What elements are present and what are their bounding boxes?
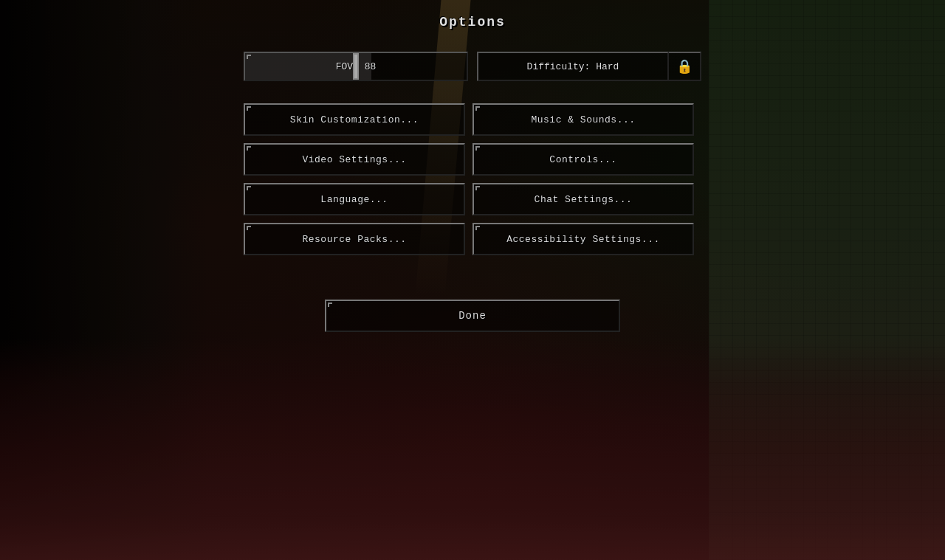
- fov-slider[interactable]: FOV: 88: [244, 52, 468, 81]
- controls-label: Controls...: [549, 154, 616, 165]
- video-settings-button[interactable]: Video Settings...: [244, 143, 465, 176]
- resource-packs-button[interactable]: Resource Packs...: [244, 223, 465, 255]
- accessibility-settings-label: Accessibility Settings...: [506, 234, 660, 245]
- chat-settings-label: Chat Settings...: [535, 194, 633, 205]
- fov-slider-handle[interactable]: [353, 53, 359, 80]
- language-button[interactable]: Language...: [244, 183, 465, 215]
- options-grid: Skin Customization... Music & Sounds... …: [244, 103, 701, 255]
- skin-customization-button[interactable]: Skin Customization...: [244, 103, 465, 136]
- options-screen: Options FOV: 88 Difficulty: Hard 🔒 Skin …: [0, 0, 945, 560]
- difficulty-lock-button[interactable]: 🔒: [669, 52, 701, 81]
- done-label: Done: [458, 310, 487, 322]
- controls-button[interactable]: Controls...: [472, 143, 694, 176]
- difficulty-label: Difficulty: Hard: [527, 61, 619, 72]
- chat-settings-button[interactable]: Chat Settings...: [472, 183, 694, 215]
- difficulty-container: Difficulty: Hard 🔒: [477, 52, 701, 81]
- resource-packs-label: Resource Packs...: [302, 234, 406, 245]
- lock-icon: 🔒: [676, 58, 693, 75]
- difficulty-button[interactable]: Difficulty: Hard: [477, 52, 669, 81]
- skin-customization-label: Skin Customization...: [290, 114, 419, 125]
- language-label: Language...: [320, 194, 388, 205]
- page-title: Options: [439, 15, 506, 30]
- music-sounds-button[interactable]: Music & Sounds...: [472, 103, 694, 136]
- video-settings-label: Video Settings...: [302, 154, 406, 165]
- top-controls-row: FOV: 88 Difficulty: Hard 🔒: [244, 52, 701, 81]
- accessibility-settings-button[interactable]: Accessibility Settings...: [472, 223, 694, 255]
- music-sounds-label: Music & Sounds...: [531, 114, 635, 125]
- fov-slider-container: FOV: 88: [244, 52, 468, 81]
- done-button[interactable]: Done: [325, 300, 620, 332]
